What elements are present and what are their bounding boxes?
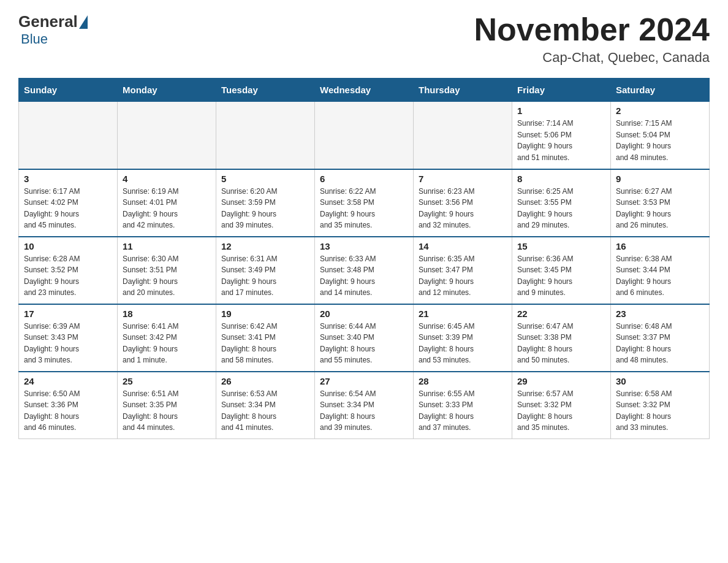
calendar-day-cell: 24Sunrise: 6:50 AMSunset: 3:36 PMDayligh… <box>19 372 118 439</box>
calendar-day-cell: 13Sunrise: 6:33 AMSunset: 3:48 PMDayligh… <box>315 237 414 304</box>
calendar-day-cell: 28Sunrise: 6:55 AMSunset: 3:33 PMDayligh… <box>414 372 512 439</box>
calendar-day-cell: 26Sunrise: 6:53 AMSunset: 3:34 PMDayligh… <box>216 372 315 439</box>
calendar-day-cell <box>315 102 414 169</box>
day-info: Sunrise: 6:30 AMSunset: 3:51 PMDaylight:… <box>123 253 211 299</box>
calendar-day-cell: 14Sunrise: 6:35 AMSunset: 3:47 PMDayligh… <box>414 237 512 304</box>
logo: General Blue <box>18 12 89 47</box>
day-info: Sunrise: 6:19 AMSunset: 4:01 PMDaylight:… <box>123 186 211 231</box>
calendar-day-cell: 21Sunrise: 6:45 AMSunset: 3:39 PMDayligh… <box>414 304 512 372</box>
day-number: 6 <box>320 174 408 184</box>
day-info: Sunrise: 6:36 AMSunset: 3:45 PMDaylight:… <box>517 253 605 299</box>
day-info: Sunrise: 6:17 AMSunset: 4:02 PMDaylight:… <box>24 186 112 231</box>
day-info: Sunrise: 6:31 AMSunset: 3:49 PMDaylight:… <box>221 253 309 299</box>
day-number: 14 <box>419 241 507 251</box>
day-info: Sunrise: 6:44 AMSunset: 3:40 PMDaylight:… <box>320 321 408 366</box>
day-info: Sunrise: 6:45 AMSunset: 3:39 PMDaylight:… <box>419 321 507 366</box>
day-info: Sunrise: 6:42 AMSunset: 3:41 PMDaylight:… <box>221 321 309 366</box>
calendar-day-cell <box>216 102 315 169</box>
day-info: Sunrise: 6:47 AMSunset: 3:38 PMDaylight:… <box>517 321 605 366</box>
logo-blue: Blue <box>21 31 48 47</box>
day-number: 16 <box>616 241 704 251</box>
calendar-title: November 2024 Cap-Chat, Quebec, Canada <box>474 12 710 66</box>
weekday-header-wednesday: Wednesday <box>315 79 414 102</box>
day-number: 22 <box>517 308 605 319</box>
day-info: Sunrise: 6:25 AMSunset: 3:55 PMDaylight:… <box>517 186 605 231</box>
day-number: 12 <box>221 241 309 251</box>
calendar-day-cell: 2Sunrise: 7:15 AMSunset: 5:04 PMDaylight… <box>611 102 710 169</box>
calendar-day-cell: 23Sunrise: 6:48 AMSunset: 3:37 PMDayligh… <box>611 304 710 372</box>
day-number: 17 <box>24 308 112 319</box>
calendar-day-cell: 27Sunrise: 6:54 AMSunset: 3:34 PMDayligh… <box>315 372 414 439</box>
day-number: 26 <box>221 376 309 386</box>
weekday-header-row: SundayMondayTuesdayWednesdayThursdayFrid… <box>19 79 710 102</box>
weekday-header-monday: Monday <box>118 79 216 102</box>
day-number: 18 <box>123 308 211 319</box>
day-info: Sunrise: 6:50 AMSunset: 3:36 PMDaylight:… <box>24 388 112 434</box>
day-number: 9 <box>616 174 704 184</box>
day-number: 28 <box>419 376 507 386</box>
calendar-day-cell: 9Sunrise: 6:27 AMSunset: 3:53 PMDaylight… <box>611 169 710 237</box>
day-info: Sunrise: 6:38 AMSunset: 3:44 PMDaylight:… <box>616 253 704 299</box>
day-info: Sunrise: 6:54 AMSunset: 3:34 PMDaylight:… <box>320 388 408 434</box>
day-info: Sunrise: 6:27 AMSunset: 3:53 PMDaylight:… <box>616 186 704 231</box>
calendar-day-cell <box>118 102 216 169</box>
calendar-day-cell <box>414 102 512 169</box>
day-number: 23 <box>616 308 704 319</box>
calendar-day-cell: 6Sunrise: 6:22 AMSunset: 3:58 PMDaylight… <box>315 169 414 237</box>
day-info: Sunrise: 6:35 AMSunset: 3:47 PMDaylight:… <box>419 253 507 299</box>
day-number: 8 <box>517 174 605 184</box>
day-number: 24 <box>24 376 112 386</box>
day-number: 25 <box>123 376 211 386</box>
calendar-day-cell: 3Sunrise: 6:17 AMSunset: 4:02 PMDaylight… <box>19 169 118 237</box>
day-info: Sunrise: 6:57 AMSunset: 3:32 PMDaylight:… <box>517 388 605 434</box>
day-info: Sunrise: 6:39 AMSunset: 3:43 PMDaylight:… <box>24 321 112 366</box>
calendar-day-cell: 1Sunrise: 7:14 AMSunset: 5:06 PMDaylight… <box>512 102 611 169</box>
weekday-header-saturday: Saturday <box>611 79 710 102</box>
calendar-day-cell: 20Sunrise: 6:44 AMSunset: 3:40 PMDayligh… <box>315 304 414 372</box>
calendar-week-row: 24Sunrise: 6:50 AMSunset: 3:36 PMDayligh… <box>19 372 710 439</box>
calendar-week-row: 17Sunrise: 6:39 AMSunset: 3:43 PMDayligh… <box>19 304 710 372</box>
calendar-table: SundayMondayTuesdayWednesdayThursdayFrid… <box>18 78 710 439</box>
calendar-day-cell: 12Sunrise: 6:31 AMSunset: 3:49 PMDayligh… <box>216 237 315 304</box>
calendar-day-cell: 7Sunrise: 6:23 AMSunset: 3:56 PMDaylight… <box>414 169 512 237</box>
calendar-day-cell: 5Sunrise: 6:20 AMSunset: 3:59 PMDaylight… <box>216 169 315 237</box>
calendar-day-cell: 11Sunrise: 6:30 AMSunset: 3:51 PMDayligh… <box>118 237 216 304</box>
calendar-day-cell: 17Sunrise: 6:39 AMSunset: 3:43 PMDayligh… <box>19 304 118 372</box>
day-info: Sunrise: 6:20 AMSunset: 3:59 PMDaylight:… <box>221 186 309 231</box>
calendar-day-cell: 22Sunrise: 6:47 AMSunset: 3:38 PMDayligh… <box>512 304 611 372</box>
day-number: 20 <box>320 308 408 319</box>
weekday-header-tuesday: Tuesday <box>216 79 315 102</box>
logo-triangle-icon <box>79 15 88 29</box>
day-number: 4 <box>123 174 211 184</box>
day-info: Sunrise: 7:14 AMSunset: 5:06 PMDaylight:… <box>517 118 605 163</box>
day-info: Sunrise: 6:23 AMSunset: 3:56 PMDaylight:… <box>419 186 507 231</box>
day-info: Sunrise: 7:15 AMSunset: 5:04 PMDaylight:… <box>616 118 704 163</box>
day-info: Sunrise: 6:58 AMSunset: 3:32 PMDaylight:… <box>616 388 704 434</box>
calendar-day-cell: 18Sunrise: 6:41 AMSunset: 3:42 PMDayligh… <box>118 304 216 372</box>
logo-text: General <box>18 12 89 31</box>
day-number: 10 <box>24 241 112 251</box>
day-number: 11 <box>123 241 211 251</box>
weekday-header-friday: Friday <box>512 79 611 102</box>
day-info: Sunrise: 6:53 AMSunset: 3:34 PMDaylight:… <box>221 388 309 434</box>
day-number: 15 <box>517 241 605 251</box>
page-header: General Blue November 2024 Cap-Chat, Que… <box>18 12 710 66</box>
day-number: 30 <box>616 376 704 386</box>
logo-general: General <box>18 12 78 31</box>
calendar-day-cell: 16Sunrise: 6:38 AMSunset: 3:44 PMDayligh… <box>611 237 710 304</box>
calendar-day-cell: 10Sunrise: 6:28 AMSunset: 3:52 PMDayligh… <box>19 237 118 304</box>
calendar-day-cell: 8Sunrise: 6:25 AMSunset: 3:55 PMDaylight… <box>512 169 611 237</box>
weekday-header-thursday: Thursday <box>414 79 512 102</box>
calendar-day-cell: 15Sunrise: 6:36 AMSunset: 3:45 PMDayligh… <box>512 237 611 304</box>
location-subtitle: Cap-Chat, Quebec, Canada <box>474 50 710 66</box>
calendar-day-cell: 19Sunrise: 6:42 AMSunset: 3:41 PMDayligh… <box>216 304 315 372</box>
calendar-day-cell <box>19 102 118 169</box>
day-info: Sunrise: 6:55 AMSunset: 3:33 PMDaylight:… <box>419 388 507 434</box>
calendar-day-cell: 29Sunrise: 6:57 AMSunset: 3:32 PMDayligh… <box>512 372 611 439</box>
day-number: 1 <box>517 105 605 116</box>
day-info: Sunrise: 6:51 AMSunset: 3:35 PMDaylight:… <box>123 388 211 434</box>
day-number: 5 <box>221 174 309 184</box>
day-number: 2 <box>616 105 704 116</box>
day-number: 7 <box>419 174 507 184</box>
day-number: 3 <box>24 174 112 184</box>
